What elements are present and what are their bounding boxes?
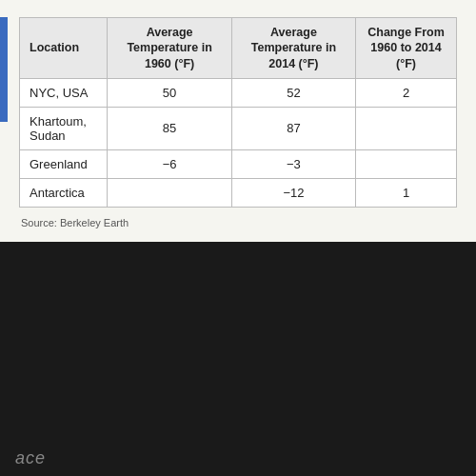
dark-label-text: ace [15,448,46,468]
blue-tab-accent [0,17,8,122]
source-citation: Source: Berkeley Earth [19,217,457,228]
cell-temp2014-4: −12 [231,178,355,207]
col-header-temp2014: Average Temperature in 2014 (°F) [231,18,355,79]
cell-change-1: 2 [356,78,457,107]
cell-change-3 [356,149,457,178]
table-row: Greenland −6 −3 [20,149,457,178]
data-table: Location Average Temperature in 1960 (°F… [19,17,457,208]
cell-change-4: 1 [356,178,457,207]
cell-location-4: Antarctica [20,178,108,207]
cell-location-2: Khartoum, Sudan [20,107,108,149]
table-header-row: Location Average Temperature in 1960 (°F… [20,18,457,79]
col-header-location: Location [20,18,108,79]
cell-temp1960-1: 50 [108,78,231,107]
cell-temp2014-2: 87 [231,107,355,149]
table-row: NYC, USA 50 52 2 [20,78,457,107]
dark-section: ace [0,242,476,476]
col-header-change: Change From 1960 to 2014 (°F) [356,18,457,79]
cell-temp2014-1: 52 [231,78,355,107]
cell-change-2 [356,107,457,149]
cell-temp2014-3: −3 [231,149,355,178]
white-section: Location Average Temperature in 1960 (°F… [0,0,476,242]
cell-temp1960-3: −6 [108,149,231,178]
col-header-temp1960: Average Temperature in 1960 (°F) [108,18,231,79]
cell-temp1960-2: 85 [108,107,231,149]
table-row: Antarctica −12 1 [20,178,457,207]
cell-location-3: Greenland [20,149,108,178]
page-container: Location Average Temperature in 1960 (°F… [0,0,476,476]
table-row: Khartoum, Sudan 85 87 [20,107,457,149]
cell-location-1: NYC, USA [20,78,108,107]
cell-temp1960-4 [108,178,231,207]
